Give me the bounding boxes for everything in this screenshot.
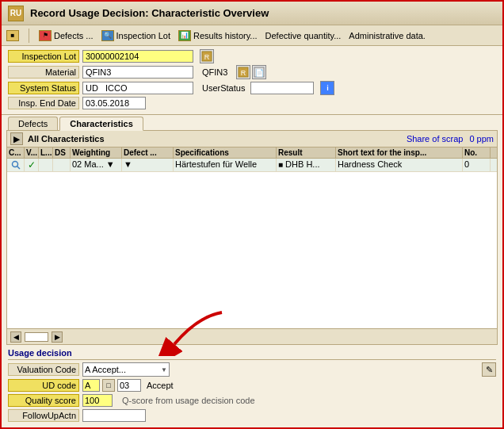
user-status-label: UserStatus [200, 82, 247, 94]
table-expand-btn[interactable]: ▶ [10, 132, 23, 145]
bottom-section: Usage decision Valuation Code A Accept..… [2, 345, 502, 427]
filter-row: ✓ 02 Ma... ▼ ▼ Härtestufen für Welle ■ D… [7, 159, 497, 172]
row-defect[interactable]: ▼ [122, 159, 174, 171]
table-toolbar: ▶ All Characteristics Share of scrap 0 p… [7, 131, 497, 147]
results-history-toolbar-label: Results history... [193, 31, 258, 40]
inspection-lot-toolbar-btn[interactable]: 🔍 Inspection Lot [101, 30, 171, 41]
quality-score-label: Quality score [8, 394, 79, 407]
main-window: RU Record Usage Decision: Characteristic… [0, 0, 504, 429]
doc-icon: ■ [6, 30, 19, 41]
nav-right-btn[interactable]: ▶ [52, 331, 63, 343]
row-result: ■ DHB H... [277, 159, 336, 171]
window-title: Record Usage Decision: Characteristic Ov… [30, 7, 269, 19]
usage-decision-label: Usage decision [8, 348, 496, 360]
inspection-icon: 🔍 [101, 30, 114, 41]
table-headers: C... V... L... DS Weighting Defect ... S… [7, 147, 497, 159]
quality-score-input[interactable] [82, 394, 113, 407]
col-header-c: C... [7, 147, 25, 158]
check-cell: ✓ [25, 159, 39, 171]
row-weighting[interactable]: 02 Ma... ▼ [71, 159, 122, 171]
admin-data-toolbar-label: Administrative data. [349, 31, 426, 40]
filter-icon-cell[interactable] [7, 159, 25, 171]
defective-qty-toolbar-btn[interactable]: Defective quantity... [265, 31, 342, 40]
nav-left-btn[interactable]: ◀ [10, 331, 21, 343]
svg-point-6 [12, 162, 17, 167]
followup-row: FollowUpActn [8, 409, 496, 422]
valuation-code-value: A Accept... [85, 365, 159, 374]
col-header-no: No. [463, 147, 491, 158]
svg-text:R: R [204, 53, 210, 61]
results-icon: 📊 [178, 30, 191, 41]
row-specifications: Härtestufen für Welle [174, 159, 277, 171]
ud-code-input[interactable] [82, 379, 100, 392]
system-status-input[interactable] [82, 82, 193, 94]
ud-code-row: UD code □ Accept [8, 379, 496, 392]
ud-code-label: UD code [8, 379, 79, 392]
inspection-lot-row: Inspection Lot R [8, 49, 496, 63]
svg-text:R: R [241, 69, 246, 77]
table-area: ▶ All Characteristics Share of scrap 0 p… [6, 130, 498, 345]
material-desc: QFIN3 [200, 67, 230, 78]
inspection-lot-icon1[interactable]: R [200, 49, 214, 63]
table-nav: ◀ ▶ [7, 328, 497, 344]
followup-label: FollowUpActn [8, 409, 79, 422]
admin-data-toolbar-btn[interactable]: Administrative data. [349, 31, 426, 40]
col-header-ds: DS [53, 147, 71, 158]
info-icon[interactable]: i [320, 81, 334, 95]
defective-qty-toolbar-label: Defective quantity... [265, 31, 342, 40]
edit-icon[interactable]: ✎ [482, 362, 496, 377]
table-body: ✓ 02 Ma... ▼ ▼ Härtestufen für Welle ■ D… [7, 159, 497, 328]
result-text: DHB H... [285, 159, 319, 169]
svg-line-7 [17, 167, 20, 170]
inspection-lot-label: Inspection Lot [8, 50, 79, 63]
insp-end-date-label: Insp. End Date [8, 97, 79, 109]
row-no: 0 [463, 159, 491, 171]
material-row: Material QFIN3 R 📄 [8, 65, 496, 79]
ud-num-input[interactable] [117, 379, 141, 392]
defects-toolbar-btn[interactable]: ⚑ Defects ... [39, 30, 94, 41]
col-header-l: L... [39, 147, 53, 158]
material-icon1[interactable]: R [236, 65, 250, 79]
col-header-specifications: Specifications [174, 147, 277, 158]
inspection-lot-toolbar-label: Inspection Lot [116, 31, 171, 40]
user-status-input[interactable] [250, 82, 314, 94]
ppm-value: 0 ppm [469, 134, 494, 144]
title-icon: RU [8, 6, 24, 21]
results-history-toolbar-btn[interactable]: 📊 Results history... [178, 30, 258, 41]
col-header-weighting: Weighting [71, 147, 122, 158]
defects-tab[interactable]: Defects [8, 117, 58, 130]
valuation-code-select[interactable]: A Accept... ▼ [82, 362, 170, 377]
ud-code-inputs: □ Accept [82, 379, 174, 392]
insp-end-date-input[interactable] [82, 97, 146, 109]
quality-score-desc: Q-score from usage decision code [122, 396, 255, 405]
all-characteristics-label: All Characteristics [28, 134, 105, 144]
system-status-row: System Status UserStatus i [8, 81, 496, 95]
toolbar-sep1 [29, 29, 29, 43]
share-of-scrap-label: Share of scrap [407, 134, 464, 144]
ud-lookup-btn[interactable]: □ [102, 379, 115, 392]
insp-end-date-row: Insp. End Date [8, 97, 496, 109]
defects-toolbar-label: Defects ... [54, 31, 94, 40]
quality-score-row: Quality score Q-score from usage decisio… [8, 394, 496, 407]
followup-input[interactable] [82, 409, 146, 422]
toolbar-doc-icon[interactable]: ■ [6, 30, 19, 41]
inspection-lot-input[interactable] [82, 50, 193, 63]
dropdown-arrow-icon: ▼ [161, 366, 167, 373]
scrap-info: Share of scrap 0 ppm [407, 134, 494, 144]
col-header-v: V... [25, 147, 39, 158]
check-icon: ✓ [28, 159, 36, 170]
material-label: Material [8, 66, 79, 79]
col-header-short-text: Short text for the insp... [336, 147, 463, 158]
row-ds [53, 159, 71, 171]
nav-scroll[interactable] [25, 332, 48, 342]
row-short-text: Hardness Check [336, 159, 463, 171]
material-icon2[interactable]: 📄 [252, 65, 266, 79]
col-header-defect: Defect ... [122, 147, 174, 158]
col-header-result: Result [277, 147, 336, 158]
characteristics-tab[interactable]: Characteristics [59, 117, 143, 131]
title-bar: RU Record Usage Decision: Characteristic… [2, 2, 502, 25]
svg-text:📄: 📄 [255, 68, 265, 78]
material-input[interactable] [82, 66, 193, 79]
flag-icon: ⚑ [39, 30, 52, 41]
row-l [39, 159, 53, 171]
